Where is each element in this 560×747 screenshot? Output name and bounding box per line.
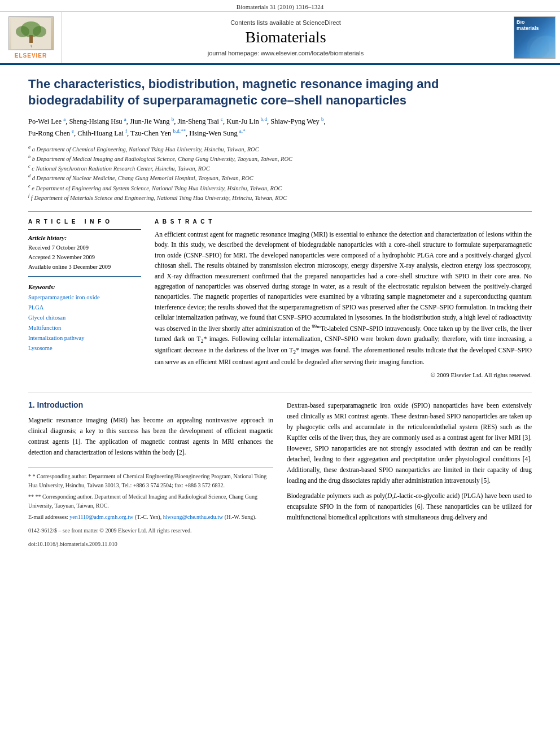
intro-left: 1. Introduction Magnetic resonance imagi… <box>28 400 273 551</box>
keyword-1: Superparamagnetic iron oxide <box>28 292 141 303</box>
article-history-label: Article history: <box>28 234 141 241</box>
sciencedirect-text: Contents lists available at ScienceDirec… <box>230 19 341 26</box>
intro-two-col: 1. Introduction Magnetic resonance imagi… <box>28 400 532 551</box>
email-link-2[interactable]: hlwsung@che.nthu.edu.tw <box>163 514 224 520</box>
affil-e: e e Department of Engineering and System… <box>28 183 532 193</box>
biomaterials-logo-area: Biomaterials <box>509 12 560 63</box>
bio-logo-text: Biomaterials <box>517 19 539 32</box>
journal-header: ⚕ ELSEVIER Contents lists available at S… <box>0 12 560 65</box>
keyword-4: Multifunction <box>28 323 141 333</box>
svg-point-7 <box>527 36 549 58</box>
keywords-section: Keywords: Superparamagnetic iron oxide P… <box>28 283 141 353</box>
article-history-box: Article history: Received 7 October 2009… <box>28 229 141 277</box>
article-info-abstract-section: A R T I C L E I N F O Article history: R… <box>28 211 532 381</box>
available-date: Available online 3 December 2009 <box>28 263 141 272</box>
svg-point-4 <box>33 26 46 37</box>
elsevier-logo-area: ⚕ ELSEVIER <box>0 12 62 63</box>
issn-line: 0142-9612/$ – see front matter © 2009 El… <box>28 526 273 535</box>
accepted-date: Accepted 2 November 2009 <box>28 253 141 263</box>
affil-d: d d Department of Nuclear Medicine, Chan… <box>28 173 532 182</box>
article-dates: Received 7 October 2009 Accepted 2 Novem… <box>28 243 141 272</box>
article-title: The characteristics, biodistribution, ma… <box>28 76 532 108</box>
doi-line: doi:10.1016/j.biomaterials.2009.11.010 <box>28 540 273 549</box>
copyright-notice: © 2009 Elsevier Ltd. All rights reserved… <box>155 370 532 381</box>
abstract-text: An efficient contrast agent for magnetic… <box>155 229 532 381</box>
affiliations: a a Department of Chemical Engineering, … <box>28 144 532 203</box>
sciencedirect-link: Contents lists available at ScienceDirec… <box>230 19 341 26</box>
intro-title: 1. Introduction <box>28 400 273 409</box>
received-date: Received 7 October 2009 <box>28 243 141 253</box>
affil-c: c c National Synchrotron Radiation Resea… <box>28 163 532 173</box>
journal-citation: Biomaterials 31 (2010) 1316–1324 <box>0 0 560 12</box>
keywords-label: Keywords: <box>28 283 141 290</box>
keyword-5: Internalization pathway <box>28 333 141 343</box>
keyword-2: PLGA <box>28 303 141 313</box>
affil-b: b b Department of Medical Imaging and Ra… <box>28 154 532 163</box>
elsevier-tree-logo: ⚕ <box>8 16 54 50</box>
svg-rect-2 <box>29 35 33 43</box>
main-content: The characteristics, biodistribution, ma… <box>0 65 560 562</box>
footnote-double-star: ** ** Corresponding author. Department o… <box>28 492 273 510</box>
citation-text: Biomaterials 31 (2010) 1316–1324 <box>237 3 323 10</box>
abstract-heading: A B S T R A C T <box>155 219 532 225</box>
affil-f: f f Department of Materials Science and … <box>28 193 532 202</box>
intro-right-text: Dextran-based superparamagnetic iron oxi… <box>287 400 532 523</box>
email-link-1[interactable]: yen1110@adm.cgmh.org.tw <box>69 514 133 520</box>
authors-line: Po-Wei Lee a, Sheng-Hsiang Hsu a, Jiun-J… <box>28 115 532 139</box>
abstract-column: A B S T R A C T An efficient contrast ag… <box>155 219 532 381</box>
svg-point-3 <box>16 26 29 37</box>
page: Biomaterials 31 (2010) 1316–1324 ⚕ ELSEV… <box>0 0 560 562</box>
footnote-star: * * Corresponding author. Department of … <box>28 472 273 490</box>
journal-title: Biomaterials <box>245 28 326 46</box>
biomaterials-logo-image: Biomaterials <box>514 16 555 59</box>
affil-a: a a Department of Chemical Engineering, … <box>28 144 532 154</box>
svg-text:⚕: ⚕ <box>30 45 32 48</box>
intro-left-text: Magnetic resonance imaging (MRI) has bec… <box>28 415 273 458</box>
keyword-6: Lysosome <box>28 343 141 353</box>
article-info-column: A R T I C L E I N F O Article history: R… <box>28 219 141 381</box>
elsevier-brand-text: ELSEVIER <box>15 53 47 59</box>
intro-right: Dextran-based superparamagnetic iron oxi… <box>287 400 532 551</box>
keyword-3: Glycol chitosan <box>28 313 141 323</box>
footnotes: * * Corresponding author. Department of … <box>28 467 273 549</box>
introduction-section: 1. Introduction Magnetic resonance imagi… <box>28 392 532 551</box>
article-info-heading: A R T I C L E I N F O <box>28 219 141 225</box>
footnote-email: E-mail addresses: yen1110@adm.cgmh.org.t… <box>28 513 273 522</box>
journal-center-header: Contents lists available at ScienceDirec… <box>62 12 509 63</box>
journal-homepage: journal homepage: www.elsevier.com/locat… <box>208 50 364 56</box>
